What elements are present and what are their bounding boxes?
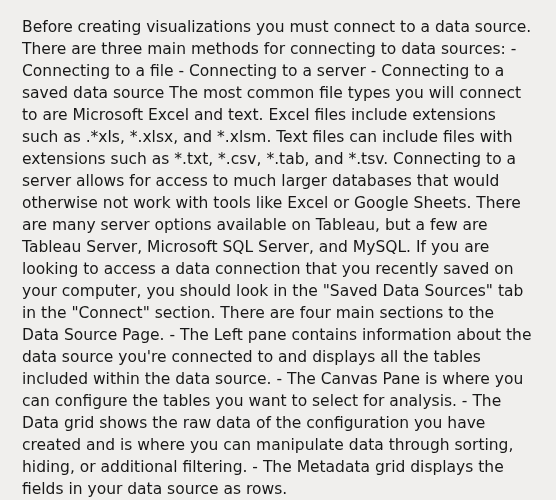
document-body: Before creating visualizations you must … <box>22 16 534 500</box>
